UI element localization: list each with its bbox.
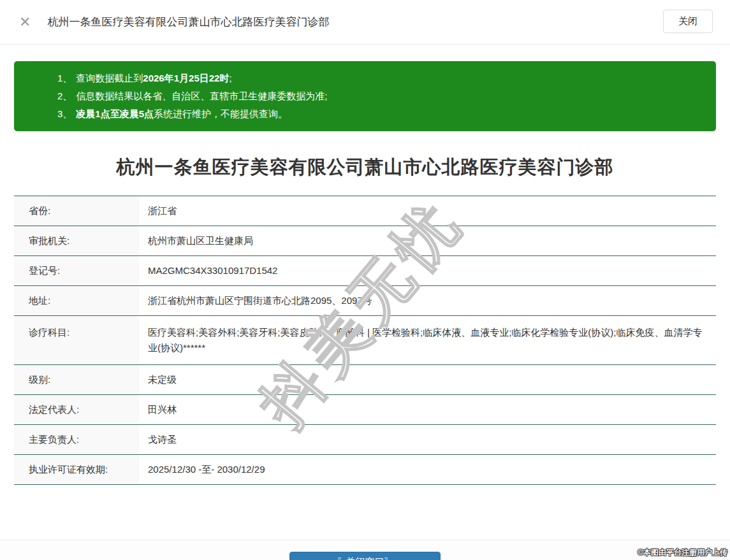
table-row-legal-representative: 法定代表人: 田兴林	[14, 394, 716, 424]
notice-line-1-tail: ;	[229, 73, 231, 83]
notice-line-2-text: 信息数据结果以各省、自治区、直辖市卫生健康委数据为准;	[76, 90, 327, 101]
notice-line-3-tail: 系统进行维护，不能提供查询。	[154, 108, 288, 119]
table-row-address: 地址: 浙江省杭州市萧山区宁围街道市心北路2095、2097号	[14, 285, 716, 315]
close-x-icon[interactable]: ✕	[19, 15, 31, 29]
notice-line-3-number: 3、	[57, 108, 72, 119]
copyright-watermark: ©本图由平台注册用户上传	[638, 547, 727, 558]
details-table: 省份: 浙江省 审批机关: 杭州市萧山区卫生健康局 登记号: MA2GMC34X…	[14, 196, 716, 485]
table-row-principal: 主要负责人: 戈诗圣	[14, 424, 716, 454]
row-label: 级别:	[14, 365, 139, 394]
table-row-medical-subjects: 诊疗科目: 医疗美容科;美容外科;美容牙科;美容皮肤科 | 麻醉科 | 医学检验…	[14, 315, 716, 364]
notice-banner: 1、查询数据截止到2026年1月25日22时; 2、信息数据结果以各省、自治区、…	[14, 61, 716, 131]
row-value: 浙江省杭州市萧山区宁围街道市心北路2095、2097号	[139, 286, 716, 315]
table-row-registration-number: 登记号: MA2GMC34X33010917D1542	[14, 255, 716, 285]
notice-line-1-bold: 2026年1月25日22时	[143, 73, 229, 83]
table-row-approval-authority: 审批机关: 杭州市萧山区卫生健康局	[14, 226, 716, 255]
row-label: 登记号:	[14, 256, 139, 285]
notice-line-1-text: 查询数据截止到	[76, 73, 143, 83]
notice-line-3-bold: 凌晨1点至凌晨5点	[76, 108, 154, 119]
row-label: 审批机关:	[14, 226, 139, 255]
row-label: 法定代表人:	[14, 395, 139, 424]
table-row-license-validity: 执业许可证有效期: 2025/12/30 -至- 2030/12/29	[14, 454, 716, 484]
notice-line-1-number: 1、	[57, 73, 72, 83]
row-value: 浙江省	[139, 196, 716, 226]
row-label: 执业许可证有效期:	[14, 455, 139, 484]
footer-bar: 〖关闭窗口〗	[0, 540, 730, 560]
row-value: MA2GMC34X33010917D1542	[139, 256, 716, 285]
row-label: 诊疗科目:	[14, 316, 139, 364]
window-header: ✕ 杭州一条鱼医疗美容有限公司萧山市心北路医疗美容门诊部 关闭	[0, 0, 730, 45]
row-value: 戈诗圣	[139, 425, 716, 454]
header-close-button[interactable]: 关闭	[663, 10, 713, 33]
row-label: 地址:	[14, 286, 139, 315]
table-row-province: 省份: 浙江省	[14, 196, 716, 226]
row-value: 田兴林	[139, 395, 716, 424]
row-value: 杭州市萧山区卫生健康局	[139, 226, 716, 255]
row-value: 医疗美容科;美容外科;美容牙科;美容皮肤科 | 麻醉科 | 医学检验科;临床体液…	[139, 316, 716, 364]
row-value: 2025/12/30 -至- 2030/12/29	[139, 455, 716, 484]
notice-line-1: 1、查询数据截止到2026年1月25日22时;	[57, 69, 703, 87]
row-value: 未定级	[139, 365, 716, 394]
window-title: 杭州一条鱼医疗美容有限公司萧山市心北路医疗美容门诊部	[47, 15, 329, 29]
notice-line-3: 3、凌晨1点至凌晨5点系统进行维护，不能提供查询。	[57, 105, 703, 123]
row-label: 主要负责人:	[14, 425, 139, 454]
table-row-level: 级别: 未定级	[14, 364, 716, 394]
notice-line-2: 2、信息数据结果以各省、自治区、直辖市卫生健康委数据为准;	[57, 87, 703, 105]
page-title: 杭州一条鱼医疗美容有限公司萧山市心北路医疗美容门诊部	[0, 155, 730, 180]
notice-line-2-number: 2、	[57, 90, 72, 101]
row-label: 省份:	[14, 196, 139, 226]
close-window-button[interactable]: 〖关闭窗口〗	[289, 552, 441, 560]
